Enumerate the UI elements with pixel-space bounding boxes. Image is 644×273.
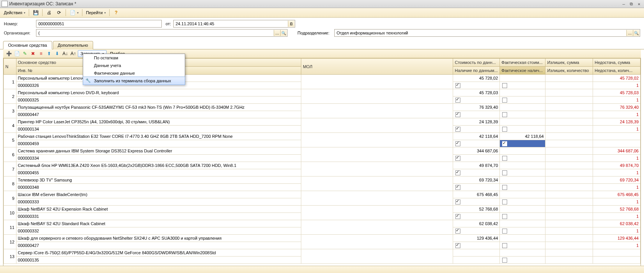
table-row[interactable]: 10Шкаф NetBAY S2 42U Expension Rack Cabi… — [4, 206, 641, 213]
window-icon — [2, 1, 8, 7]
col-avail2[interactable]: Фактическое налич... — [500, 67, 545, 75]
basedon-icon[interactable]: 📄 — [68, 9, 80, 16]
col-surplus[interactable]: Излишек, сумма — [545, 59, 593, 67]
col-avail1[interactable]: Наличие по данным... — [453, 67, 500, 75]
table-row[interactable]: 7Системный блок HP WM613EA Z420 Xeon E5-… — [4, 162, 641, 169]
table-row[interactable]: 8Телевизор 3D TV" Samsung69 720,3469 720… — [4, 177, 641, 184]
table-row[interactable]: 13Сервер iCore i5-750(2.66)/P7P55D-E/4G/… — [4, 249, 641, 257]
fill-by-balance[interactable]: По остаткам — [83, 54, 185, 62]
calendar-icon[interactable]: 🗓 — [288, 21, 294, 27]
col-surplus-q[interactable]: Излишек, количество — [545, 67, 593, 75]
main-toolbar: Действия 💾 🖨 ⟳ 📄 Перейти ? — [0, 8, 644, 18]
actions-menu[interactable]: Действия — [2, 10, 27, 16]
lookup-icon[interactable]: 🔍 — [633, 30, 639, 36]
fill-from-terminal[interactable]: 🔧Заполнить из терминала сбора данных — [83, 77, 185, 85]
movedown-icon[interactable]: ⬇ — [54, 50, 61, 57]
col-n[interactable]: N — [4, 59, 16, 75]
refresh-icon[interactable]: ⟳ — [54, 9, 64, 16]
save-icon[interactable]: 💾 — [31, 9, 40, 16]
table-row[interactable]: 2Персональный компьютер Lenovo DVD-R, ke… — [4, 89, 641, 96]
moveup-icon[interactable]: ⬆ — [46, 50, 53, 57]
titlebar: Инвентаризация ОС: Записан * — ⧉ ✕ — [0, 0, 644, 8]
dept-label: Подразделение: — [297, 31, 332, 35]
date-field[interactable]: 🗓 — [173, 20, 295, 28]
col-shortage[interactable]: Недостача, сумма — [593, 59, 641, 67]
col-cost1[interactable]: Стоимость по данн... — [453, 59, 500, 67]
table-row[interactable]: 3Полузащищенный ноутбук Panasonic CF-53S… — [4, 104, 641, 111]
sort-desc-icon[interactable]: A↑ — [70, 50, 77, 57]
tab-extra[interactable]: Дополнительно — [53, 41, 93, 49]
table-row[interactable]: 5Рабочая станция LenovoThinkStation E32 … — [4, 133, 641, 140]
delete-icon[interactable]: ✖ — [30, 50, 36, 57]
fill-dropdown: По остаткам Данные учета Фактические дан… — [83, 54, 185, 85]
dept-field[interactable]: 🔍… — [334, 29, 640, 37]
tabs: Основные средства Дополнительно — [0, 41, 644, 49]
help-icon[interactable]: ? — [112, 9, 121, 16]
lookup-icon[interactable]: 🔍 — [280, 30, 287, 36]
edit-icon[interactable]: ✎ — [21, 50, 28, 57]
col-mol[interactable]: МОЛ — [301, 59, 453, 75]
table-row[interactable]: 12Шкаф для серверного и сетевого оборудо… — [4, 235, 641, 242]
number-field[interactable] — [36, 20, 162, 28]
wrench-icon: 🔧 — [85, 78, 91, 83]
from-label: от: — [166, 21, 171, 26]
form-area: Номер: от: 🗓 Организация: 🔍… Подразделен… — [0, 18, 644, 39]
grid[interactable]: N Основное средство МОЛ Стоимость по дан… — [3, 58, 641, 266]
dots-icon[interactable]: … — [626, 30, 633, 36]
add-icon[interactable]: ➕ — [5, 50, 12, 57]
fill-accounting[interactable]: Данные учета — [83, 62, 185, 69]
fill-actual[interactable]: Фактические данные — [83, 69, 185, 77]
org-label: Организация: — [4, 31, 34, 35]
maximize-button[interactable]: ⧉ — [628, 1, 635, 7]
reorder-icon[interactable]: ≡ — [38, 50, 44, 57]
dots-icon[interactable]: … — [274, 30, 280, 36]
org-field[interactable]: 🔍… — [36, 29, 288, 37]
table-row[interactable]: 6Система хранения данных IBM System Stor… — [4, 147, 641, 155]
minimize-button[interactable]: — — [620, 1, 627, 7]
table-row[interactable]: 11Шкаф NetBAY S2 42U Standard Rack Cabin… — [4, 220, 641, 227]
col-cost2[interactable]: Фактическая стоим... — [500, 59, 545, 67]
close-button[interactable]: ✕ — [636, 1, 642, 7]
sort-asc-icon[interactable]: A↓ — [62, 50, 69, 57]
table-row[interactable]: 4Принтер HP Color LaserJet CP3525n (A4, … — [4, 118, 641, 126]
goto-menu[interactable]: Перейти — [84, 10, 107, 16]
copy-icon[interactable]: 📄 — [13, 50, 20, 57]
print-icon[interactable]: 🖨 — [44, 9, 54, 16]
number-label: Номер: — [4, 21, 34, 26]
window-title: Инвентаризация ОС: Записан * — [9, 1, 620, 7]
col-shortage-q[interactable]: Недостача, колич... — [593, 67, 641, 75]
statusbar — [0, 266, 644, 273]
tab-main[interactable]: Основные средства — [3, 41, 52, 49]
table-row[interactable]: 9Шасси IBM eServer BladeCenter(tm)675 46… — [4, 191, 641, 198]
